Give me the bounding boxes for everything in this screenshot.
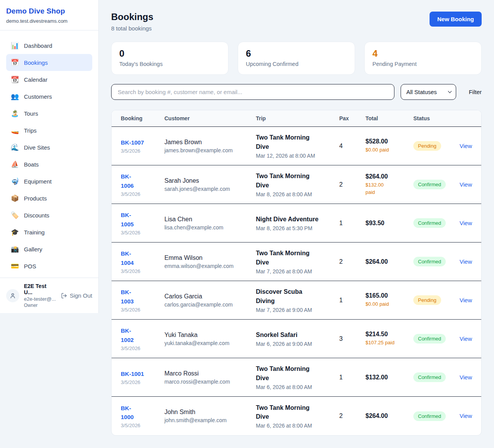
view-link[interactable]: View	[460, 220, 472, 226]
total-amount: $528.00	[365, 138, 413, 145]
trip-cell: Two Tank MorningDive Mar 6, 2026 at 8:00…	[256, 364, 339, 390]
sidebar-item-gallery[interactable]: 📸 Gallery	[6, 241, 92, 258]
search-input[interactable]	[111, 84, 394, 100]
total-cell: $214.50 $107.25 paid	[365, 331, 413, 347]
stat-value: 0	[119, 48, 220, 59]
view-link[interactable]: View	[460, 413, 472, 419]
total-cell: $264.00	[365, 258, 413, 265]
page-header-text: Bookings 8 total bookings	[111, 12, 153, 32]
shop-domain: demo.test.divestreams.com	[6, 18, 92, 24]
sign-out-button[interactable]: Sign Out	[61, 292, 92, 299]
booking-id-link[interactable]: BK-1005	[121, 211, 164, 229]
paid-amount: $0.00 paid	[365, 147, 413, 154]
sidebar-item-label: Boats	[24, 161, 39, 168]
sidebar-item-pos[interactable]: 💳 POS	[6, 258, 92, 275]
status-cell: Confirmed	[413, 257, 459, 266]
stat-value: 4	[372, 48, 474, 59]
trip-name: Two Tank MorningDive	[256, 133, 339, 151]
table-row: BK-1002 3/5/2026 Yuki Tanaka yuki.tanaka…	[112, 320, 481, 358]
trip-datetime: Mar 7, 2026 at 9:00 AM	[256, 307, 339, 313]
booking-cell: BK-1000 3/5/2026	[121, 404, 164, 429]
booking-cell: BK-1004 3/5/2026	[121, 249, 164, 274]
table-controls: All Statuses Filter	[111, 84, 482, 100]
user-email: e2e-tester@...	[24, 296, 56, 302]
pax-cell: 2	[339, 258, 365, 265]
sidebar-item-calendar[interactable]: 📆 Calendar	[6, 71, 92, 88]
sidebar-item-equipment[interactable]: 🤿 Equipment	[6, 173, 92, 190]
user-icon	[9, 292, 16, 299]
status-badge: Confirmed	[413, 218, 446, 228]
view-link[interactable]: View	[460, 258, 472, 265]
customer-cell: Carlos Garcia carlos.garcia@example.com	[164, 293, 256, 308]
stat-card-upcoming-confirmed: 6 Upcoming Confirmed	[238, 42, 355, 75]
user-role: Owner	[24, 303, 56, 308]
customer-email: emma.wilson@example.com	[164, 263, 256, 269]
customer-cell: Yuki Tanaka yuki.tanaka@example.com	[164, 332, 256, 346]
customer-email: sarah.jones@example.com	[164, 186, 256, 192]
sidebar-item-trips[interactable]: 🚤 Trips	[6, 122, 92, 139]
stat-card-pending-payment: 4 Pending Payment	[364, 42, 482, 75]
trip-name: Two Tank MorningDive	[256, 364, 339, 382]
tear-off-calendar-icon: 📆	[11, 76, 19, 83]
paid-amount: $0.00 paid	[365, 301, 413, 308]
new-booking-button[interactable]: New Booking	[430, 12, 482, 27]
paid-amount: $132.00paid	[365, 182, 413, 196]
sidebar-item-products[interactable]: 📦 Products	[6, 190, 92, 207]
sidebar-item-boats[interactable]: ⛵ Boats	[6, 156, 92, 173]
sidebar-item-label: Products	[24, 195, 47, 202]
status-badge: Pending	[413, 295, 441, 305]
booking-id-link[interactable]: BK-1001	[121, 369, 164, 378]
customer-cell: James Brown james.brown@example.com	[164, 139, 256, 153]
sidebar-item-label: Calendar	[24, 76, 47, 83]
sidebar-item-customers[interactable]: 👥 Customers	[6, 88, 92, 105]
island-icon: 🏝️	[11, 110, 19, 117]
status-badge: Confirmed	[413, 372, 446, 382]
view-link[interactable]: View	[460, 181, 472, 188]
sidebar: Demo Dive Shop demo.test.divestreams.com…	[0, 0, 99, 313]
sidebar-item-training[interactable]: 🎓 Training	[6, 224, 92, 241]
sidebar-item-dashboard[interactable]: 📊 Dashboard	[6, 37, 92, 54]
status-cell: Confirmed	[413, 372, 459, 382]
actions-cell: View	[459, 374, 472, 381]
trip-cell: Night Dive Adventure Mar 8, 2026 at 5:30…	[256, 215, 339, 231]
booking-id-link[interactable]: BK-1000	[121, 404, 164, 422]
graduation-cap-icon: 🎓	[11, 229, 19, 236]
total-amount: $132.00	[365, 374, 413, 381]
view-link[interactable]: View	[460, 335, 472, 342]
sidebar-item-label: Training	[24, 229, 45, 236]
trip-datetime: Mar 8, 2026 at 5:30 PM	[256, 225, 339, 231]
filter-button[interactable]: Filter	[469, 89, 482, 95]
total-amount: $165.00	[365, 292, 413, 299]
table-row: BK-1006 3/5/2026 Sarah Jones sarah.jones…	[112, 165, 481, 204]
booking-id-link[interactable]: BK-1006	[121, 172, 164, 190]
table-row: BK-1003 3/5/2026 Carlos Garcia carlos.ga…	[112, 281, 481, 320]
view-link[interactable]: View	[460, 297, 472, 303]
booking-id-link[interactable]: BK-1004	[121, 249, 164, 267]
actions-cell: View	[459, 143, 472, 150]
view-link[interactable]: View	[460, 143, 472, 149]
pax-cell: 1	[339, 297, 365, 304]
view-link[interactable]: View	[460, 374, 472, 381]
sidebar-item-dive-sites[interactable]: 🌊 Dive Sites	[6, 139, 92, 156]
page-subtitle: 8 total bookings	[111, 25, 153, 32]
booking-id-link[interactable]: BK-1003	[121, 288, 164, 306]
page-header: Bookings 8 total bookings New Booking	[111, 12, 482, 32]
stat-label: Upcoming Confirmed	[246, 61, 347, 67]
sidebar-item-label: Equipment	[24, 178, 52, 185]
sidebar-header: Demo Dive Shop demo.test.divestreams.com	[0, 0, 98, 30]
trip-cell: Two Tank MorningDive Mar 7, 2026 at 8:00…	[256, 249, 339, 274]
status-filter-select[interactable]: All Statuses	[401, 84, 456, 100]
sidebar-item-tours[interactable]: 🏝️ Tours	[6, 105, 92, 122]
sidebar-item-bookings[interactable]: 📅 Bookings	[6, 54, 92, 71]
status-cell: Confirmed	[413, 180, 459, 189]
customer-email: marco.rossi@example.com	[164, 379, 256, 385]
sidebar-item-discounts[interactable]: 🏷️ Discounts	[6, 207, 92, 224]
customer-email: carlos.garcia@example.com	[164, 301, 256, 308]
table-header-row: Booking Customer Trip Pax Total Status	[112, 110, 481, 127]
booking-date: 3/5/2026	[121, 268, 164, 274]
pax-cell: 1	[339, 220, 365, 227]
status-cell: Confirmed	[413, 411, 459, 421]
booking-id-link[interactable]: BK-1002	[121, 326, 164, 344]
booking-id-link[interactable]: BK-1007	[121, 138, 164, 147]
total-cell: $93.50	[365, 220, 413, 227]
